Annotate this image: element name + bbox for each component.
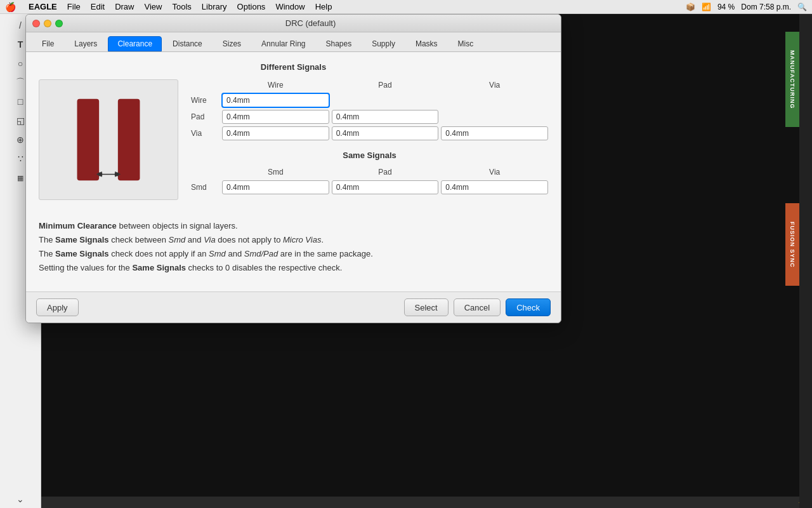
svg-rect-8 (77, 99, 100, 181)
menu-library[interactable]: Library (202, 2, 227, 11)
menubar: 🍎 EAGLE File Edit Draw View Tools Librar… (0, 0, 812, 14)
header-via: Via (441, 79, 548, 91)
info-minimum-clearance: Minimum Clearance (39, 221, 117, 231)
footer-left: Apply (36, 298, 404, 316)
info-line-1: Minimum Clearance between objects in sig… (39, 219, 548, 233)
preview-svg (39, 80, 178, 199)
dialog-title: DRC (default) (67, 18, 554, 28)
menu-window[interactable]: Window (275, 2, 304, 11)
pad-via-empty (441, 110, 548, 124)
ss-header-smd: Smd (222, 166, 329, 178)
different-signals-title: Different Signals (39, 62, 548, 72)
close-button[interactable] (32, 20, 40, 27)
info-smd-pad: Smd/Pad (244, 249, 278, 258)
label-via: Via (191, 129, 219, 138)
via-pad-input[interactable] (332, 126, 439, 140)
info-smd-2: Smd (209, 249, 226, 258)
info-line-2: The Same Signals check between Smd and V… (39, 233, 548, 247)
info-same-signals-2: Same Signals (55, 249, 109, 258)
dialog-titlebar: DRC (default) (26, 15, 561, 32)
via-wire-input[interactable] (222, 126, 329, 140)
info-same-signals-3: Same Signals (132, 263, 186, 272)
smd-via-input[interactable] (441, 180, 548, 194)
smd-smd-input[interactable] (222, 180, 329, 194)
tab-sizes[interactable]: Sizes (213, 36, 251, 51)
label-pad: Pad (191, 112, 219, 121)
menu-view[interactable]: View (145, 2, 162, 11)
clearance-preview (39, 79, 178, 200)
wire-wire-input[interactable] (222, 93, 329, 107)
search-icon[interactable]: 🔍 (797, 3, 807, 11)
info-smd-1: Smd (169, 235, 186, 244)
menubar-right: 📦 📶 94 % Dom 7:58 p.m. 🔍 (686, 3, 807, 11)
drc-dialog: DRC (default) File Layers Clearance Dist… (25, 14, 561, 323)
header-wire: Wire (222, 79, 329, 91)
dialog-overlay: DRC (default) File Layers Clearance Dist… (0, 14, 812, 508)
menu-edit[interactable]: Edit (91, 2, 105, 11)
menu-help[interactable]: Help (315, 2, 332, 11)
pad-wire-input[interactable] (222, 110, 329, 124)
tab-supply[interactable]: Supply (362, 36, 405, 51)
footer-right: Select Cancel Check (404, 298, 551, 316)
header-pad: Pad (332, 79, 439, 91)
cancel-button[interactable]: Cancel (454, 298, 501, 316)
battery-status: 94 % (717, 3, 735, 11)
menu-file[interactable]: File (67, 2, 81, 11)
ss-label-smd: Smd (191, 183, 219, 192)
dialog-tabs: File Layers Clearance Distance Sizes Ann… (26, 32, 561, 52)
tab-layers[interactable]: Layers (65, 36, 107, 51)
tab-file[interactable]: File (32, 36, 63, 51)
info-line-3: The Same Signals check does not apply if… (39, 247, 548, 261)
check-button[interactable]: Check (506, 298, 551, 316)
info-text: Minimum Clearance between objects in sig… (39, 213, 548, 281)
menu-eagle[interactable]: EAGLE (29, 2, 57, 11)
pad-pad-input[interactable] (332, 110, 439, 124)
apply-button[interactable]: Apply (36, 298, 79, 316)
dialog-content: Different Signals (26, 52, 561, 291)
tab-masks[interactable]: Masks (406, 36, 447, 51)
dialog-footer: Apply Select Cancel Check (26, 291, 561, 323)
wire-pad-empty (332, 93, 439, 107)
same-signals-title: Same Signals (191, 150, 548, 160)
tab-distance[interactable]: Distance (163, 36, 212, 51)
info-line-4: Setting the values for the Same Signals … (39, 261, 548, 275)
menu-draw[interactable]: Draw (115, 2, 134, 11)
clearance-grid: Wire Pad Via Wire Pad (39, 79, 548, 200)
dropbox-icon: 📦 (686, 3, 695, 11)
clock: Dom 7:58 p.m. (741, 3, 791, 11)
menu-tools[interactable]: Tools (172, 2, 191, 11)
smd-pad-input[interactable] (332, 180, 439, 194)
ss-header-via: Via (441, 166, 548, 178)
tab-annular-ring[interactable]: Annular Ring (252, 36, 315, 51)
same-signals-section: Same Signals Smd Pad Via Smd (191, 150, 548, 194)
wire-via-empty (441, 93, 548, 107)
minimize-button[interactable] (44, 20, 51, 27)
tab-misc[interactable]: Misc (449, 36, 483, 51)
different-signals-form: Wire Pad Via Wire Pad (191, 79, 548, 200)
via-via-input[interactable] (441, 126, 548, 140)
apple-menu[interactable]: 🍎 (5, 2, 16, 12)
header-empty (191, 84, 219, 86)
tab-shapes[interactable]: Shapes (316, 36, 361, 51)
info-same-signals-1: Same Signals (55, 235, 109, 244)
menu-options[interactable]: Options (237, 2, 266, 11)
maximize-button[interactable] (55, 20, 63, 27)
different-signals-grid: Wire Pad Via Wire Pad (191, 79, 548, 140)
ss-header-pad: Pad (332, 166, 439, 178)
info-via-1: Via (204, 235, 216, 244)
tab-clearance[interactable]: Clearance (108, 36, 162, 51)
info-micro-vias: Micro Vias (283, 235, 321, 244)
info-text-1: between objects in signal layers. (119, 221, 237, 231)
label-wire: Wire (191, 96, 219, 105)
svg-rect-9 (118, 99, 140, 181)
wifi-icon: 📶 (702, 3, 711, 11)
select-button[interactable]: Select (404, 298, 449, 316)
same-signals-grid: Smd Pad Via Smd (191, 166, 548, 194)
ss-header-empty (191, 171, 219, 173)
